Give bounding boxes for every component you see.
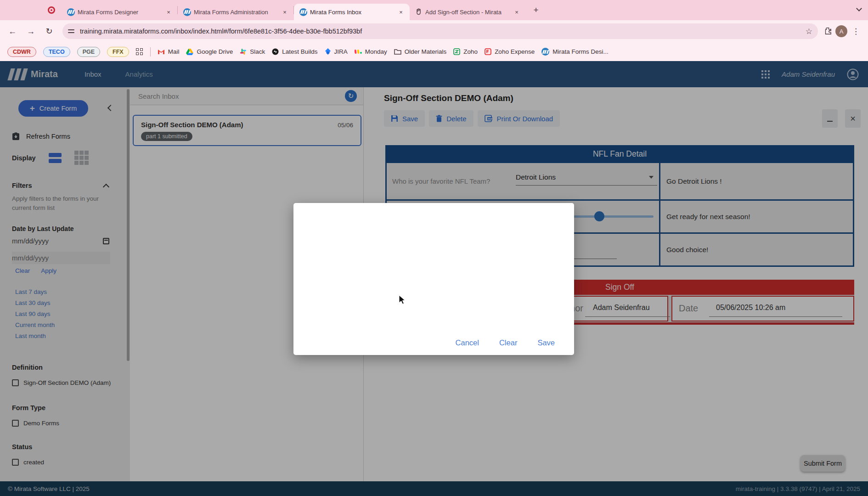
clear-button[interactable]: Clear bbox=[499, 338, 517, 347]
tab-mirata-forms-designer[interactable]: Mirata Forms Designer × bbox=[62, 4, 177, 20]
signature-canvas[interactable] bbox=[293, 203, 574, 330]
address-bar[interactable]: training.mirata.mirataforms.com/inbox/in… bbox=[62, 23, 818, 39]
browser-profile-avatar[interactable]: A bbox=[835, 25, 847, 37]
new-tab-button[interactable]: + bbox=[529, 3, 543, 17]
modal-save-button[interactable]: Save bbox=[537, 338, 555, 347]
hand-favicon-icon bbox=[415, 8, 423, 16]
tab-close-icon[interactable]: × bbox=[281, 8, 289, 16]
mirata-favicon-icon bbox=[541, 48, 549, 56]
bookmark-teco[interactable]: TECO bbox=[43, 47, 70, 57]
bookmark-zoho[interactable]: Zoho bbox=[453, 48, 478, 55]
latest-builds-icon bbox=[272, 48, 279, 55]
bookmark-cdwr[interactable]: CDWR bbox=[7, 47, 36, 57]
bookmark-mirata-forms-designer[interactable]: Mirata Forms Desi... bbox=[541, 48, 609, 56]
tab-close-icon[interactable]: × bbox=[397, 8, 405, 16]
recording-indicator-icon bbox=[48, 6, 55, 14]
google-drive-icon bbox=[186, 49, 193, 55]
browser-menu-icon[interactable]: ⋮ bbox=[850, 27, 862, 36]
bookmarks-bar: CDWR TECO PGE FFX Mail Google Drive bbox=[0, 42, 868, 61]
gmail-icon bbox=[158, 49, 165, 55]
tab-label: Add Sign-off Section - Mirata bbox=[425, 9, 510, 16]
site-info-icon[interactable] bbox=[68, 28, 75, 34]
jira-icon bbox=[325, 48, 331, 55]
tab-strip: Mirata Forms Designer × Mirata Forms Adm… bbox=[0, 0, 868, 20]
extensions-icon[interactable] bbox=[823, 27, 833, 36]
zoho-icon bbox=[453, 48, 460, 55]
tab-close-icon[interactable]: × bbox=[164, 8, 173, 16]
forward-icon[interactable]: → bbox=[23, 23, 39, 39]
tab-label: Mirata Forms Inbox bbox=[310, 9, 394, 16]
monday-icon bbox=[355, 49, 362, 55]
mirata-favicon-icon bbox=[67, 8, 75, 16]
tab-label: Mirata Forms Administration bbox=[194, 9, 278, 16]
bookmark-mail[interactable]: Mail bbox=[158, 48, 180, 55]
tab-list-chevron-icon[interactable] bbox=[857, 6, 862, 11]
bookmark-slack[interactable]: Slack bbox=[240, 48, 265, 55]
mirata-favicon-icon bbox=[183, 8, 191, 16]
tab-add-signoff-section[interactable]: Add Sign-off Section - Mirata × bbox=[410, 4, 525, 20]
bookmark-ffx[interactable]: FFX bbox=[107, 47, 129, 57]
mouse-cursor bbox=[399, 295, 406, 304]
bookmark-older-materials[interactable]: Older Materials bbox=[394, 48, 447, 55]
browser-chrome: Mirata Forms Designer × Mirata Forms Adm… bbox=[0, 0, 868, 61]
mirata-app: Mirata Inbox Analytics Adam Seidenfrau +… bbox=[0, 61, 868, 496]
bookmark-google-drive[interactable]: Google Drive bbox=[186, 48, 233, 55]
apps-grid-icon[interactable] bbox=[136, 48, 143, 56]
browser-toolbar: ← → ↻ training.mirata.mirataforms.com/in… bbox=[0, 20, 868, 42]
bookmark-jira[interactable]: JIRA bbox=[325, 48, 348, 55]
mirata-favicon-icon bbox=[299, 8, 307, 16]
signature-modal: Cancel Clear Save bbox=[293, 203, 574, 355]
url-text[interactable]: training.mirata.mirataforms.com/inbox/in… bbox=[80, 28, 802, 35]
bookmark-latest-builds[interactable]: Latest Builds bbox=[272, 48, 317, 55]
slack-icon bbox=[240, 48, 247, 55]
bookmark-monday[interactable]: Monday bbox=[355, 48, 387, 55]
bookmark-zoho-expense[interactable]: Zoho Expense bbox=[485, 48, 535, 55]
tab-mirata-forms-administration[interactable]: Mirata Forms Administration × bbox=[178, 4, 293, 20]
tab-label: Mirata Forms Designer bbox=[78, 9, 162, 16]
reload-icon[interactable]: ↻ bbox=[41, 23, 57, 39]
tab-mirata-forms-inbox-active[interactable]: Mirata Forms Inbox × bbox=[294, 4, 410, 20]
tab-close-icon[interactable]: × bbox=[513, 8, 521, 16]
zoho-expense-icon bbox=[485, 48, 491, 55]
bookmark-star-icon[interactable]: ☆ bbox=[806, 27, 812, 36]
modal-actions: Cancel Clear Save bbox=[456, 338, 555, 347]
back-icon[interactable]: ← bbox=[5, 23, 20, 39]
folder-icon bbox=[394, 49, 401, 55]
bookmarks-separator bbox=[150, 47, 151, 56]
cancel-button[interactable]: Cancel bbox=[456, 338, 479, 347]
bookmark-pge[interactable]: PGE bbox=[77, 47, 100, 57]
